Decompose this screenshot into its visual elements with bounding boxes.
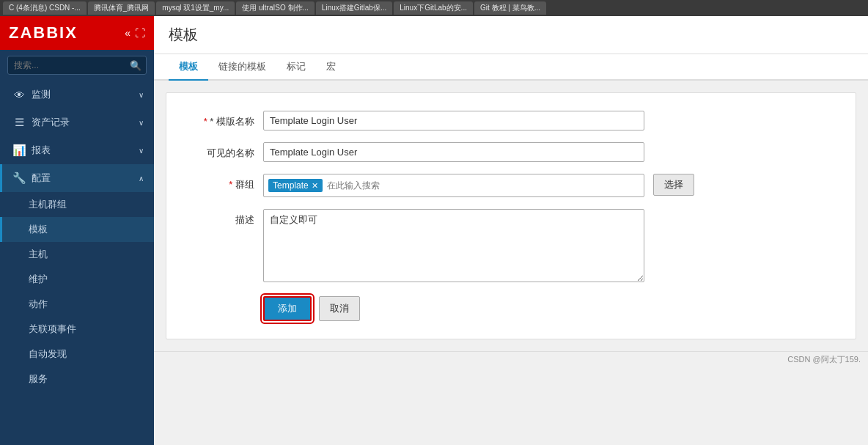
browser-tab-3[interactable]: mysql 双1设置_my... bbox=[156, 1, 235, 15]
template-name-row: * * 模版名称 bbox=[188, 111, 834, 130]
assets-icon: ☰ bbox=[12, 116, 26, 129]
description-input-wrapper: 自定义即可 bbox=[263, 209, 644, 284]
tab-template[interactable]: 模板 bbox=[169, 54, 208, 81]
group-tag-remove[interactable]: ✕ bbox=[312, 182, 318, 190]
page-header: 模板 bbox=[154, 16, 868, 54]
sidebar-sub-maintenance-label: 维护 bbox=[29, 273, 48, 286]
template-name-input-wrapper bbox=[263, 111, 644, 130]
browser-tab-6[interactable]: Linux下GitLab的安... bbox=[394, 1, 473, 15]
visible-name-label: 可见的名称 bbox=[188, 142, 254, 160]
add-button[interactable]: 添加 bbox=[263, 296, 312, 321]
sidebar-sub-actions[interactable]: 动作 bbox=[0, 292, 154, 317]
form-area: * * 模版名称 可见的名称 * 群组 bbox=[166, 92, 856, 339]
template-name-required: * bbox=[204, 116, 207, 127]
footer-text: CSDN @阿太丁159. bbox=[787, 355, 861, 364]
browser-tab-7[interactable]: Git 教程 | 菜鸟教... bbox=[474, 1, 546, 15]
sidebar-sub-host-groups[interactable]: 主机群组 bbox=[0, 192, 154, 217]
sidebar-sub-actions-label: 动作 bbox=[29, 298, 48, 311]
browser-tab-5[interactable]: Linux搭建Gitlab保... bbox=[316, 1, 392, 15]
sidebar-nav: 👁 监测 ∨ ☰ 资产记录 ∨ 📊 报表 ∨ 🔧 配置 ∧ 主机群组 bbox=[0, 81, 154, 445]
tab-bar: 模板 链接的模板 标记 宏 bbox=[154, 54, 868, 81]
sidebar-sub-maintenance[interactable]: 维护 bbox=[0, 267, 154, 292]
browser-tab-2[interactable]: 腾讯体育_腾讯网 bbox=[88, 1, 155, 15]
select-button[interactable]: 选择 bbox=[653, 174, 694, 196]
visible-name-input-wrapper bbox=[263, 142, 644, 162]
reports-icon: 📊 bbox=[12, 144, 26, 157]
template-name-input[interactable] bbox=[263, 111, 644, 130]
tab-macros[interactable]: 宏 bbox=[316, 54, 346, 81]
logo-text: ZABBIX bbox=[9, 23, 78, 43]
page-title: 模板 bbox=[169, 25, 853, 45]
form-actions: 添加 取消 bbox=[188, 296, 834, 321]
sidebar-search: 🔍 bbox=[0, 50, 154, 81]
sidebar: ZABBIX « ⛶ 🔍 👁 监测 ∨ ☰ 资产记录 ∨ bbox=[0, 16, 154, 445]
collapse-icon[interactable]: « bbox=[125, 27, 130, 39]
description-row: 描述 自定义即可 bbox=[188, 209, 834, 284]
sidebar-sub-services[interactable]: 服务 bbox=[0, 367, 154, 391]
search-icon: 🔍 bbox=[130, 60, 141, 71]
sidebar-sub-templates[interactable]: 模板 bbox=[0, 217, 154, 242]
visible-name-row: 可见的名称 bbox=[188, 142, 834, 162]
sidebar-item-monitor[interactable]: 👁 监测 ∨ bbox=[0, 81, 154, 109]
template-name-label: * * 模版名称 bbox=[188, 111, 254, 128]
group-tag-template: Template ✕ bbox=[268, 179, 323, 192]
footer-bar: CSDN @阿太丁159. bbox=[154, 351, 868, 367]
sidebar-sub-auto-discover[interactable]: 自动发现 bbox=[0, 342, 154, 367]
sidebar-item-config[interactable]: 🔧 配置 ∧ bbox=[0, 164, 154, 192]
sidebar-sub-hosts-label: 主机 bbox=[29, 248, 48, 261]
sidebar-item-assets-label: 资产记录 bbox=[32, 116, 70, 129]
browser-tab-1[interactable]: C (4条消息) CSDN -... bbox=[3, 1, 87, 15]
sidebar-sub-auto-discover-label: 自动发现 bbox=[29, 347, 67, 361]
sidebar-item-reports[interactable]: 📊 报表 ∨ bbox=[0, 136, 154, 164]
sidebar-sub-templates-label: 模板 bbox=[29, 223, 48, 236]
browser-tab-4[interactable]: 使用 ultraISO 制作... bbox=[236, 1, 315, 15]
sidebar-sub-related-events[interactable]: 关联项事件 bbox=[0, 317, 154, 342]
config-icon: 🔧 bbox=[12, 172, 26, 185]
sidebar-item-config-label: 配置 bbox=[32, 172, 51, 185]
sidebar-sub-host-groups-label: 主机群组 bbox=[29, 198, 67, 211]
group-required-mark: * bbox=[229, 179, 232, 190]
config-chevron: ∧ bbox=[139, 174, 144, 183]
sidebar-logo: ZABBIX « ⛶ bbox=[0, 16, 154, 50]
visible-name-input[interactable] bbox=[263, 142, 644, 162]
cancel-button[interactable]: 取消 bbox=[319, 296, 360, 321]
sidebar-item-assets[interactable]: ☰ 资产记录 ∨ bbox=[0, 109, 154, 136]
description-label: 描述 bbox=[188, 209, 254, 227]
app-container: ZABBIX « ⛶ 🔍 👁 监测 ∨ ☰ 资产记录 ∨ bbox=[0, 16, 868, 445]
description-textarea[interactable]: 自定义即可 bbox=[263, 209, 644, 282]
sidebar-sub-hosts[interactable]: 主机 bbox=[0, 242, 154, 267]
group-search-input[interactable] bbox=[326, 179, 639, 192]
group-field[interactable]: Template ✕ bbox=[263, 174, 644, 197]
browser-tabs-bar: C (4条消息) CSDN -... 腾讯体育_腾讯网 mysql 双1设置_m… bbox=[0, 0, 868, 16]
search-input[interactable] bbox=[7, 56, 147, 75]
reports-chevron: ∨ bbox=[139, 147, 144, 155]
tab-linked-templates[interactable]: 链接的模板 bbox=[208, 54, 276, 81]
sidebar-item-monitor-label: 监测 bbox=[32, 88, 51, 101]
sidebar-sub-related-events-label: 关联项事件 bbox=[29, 323, 76, 336]
group-label: * 群组 bbox=[188, 174, 254, 191]
sidebar-sub-services-label: 服务 bbox=[29, 372, 48, 386]
logo-icons: « ⛶ bbox=[125, 27, 145, 39]
monitor-chevron: ∨ bbox=[139, 91, 144, 99]
main-content: 模板 模板 链接的模板 标记 宏 * * 模版名称 bbox=[154, 16, 868, 445]
expand-icon[interactable]: ⛶ bbox=[135, 27, 145, 39]
tab-tags[interactable]: 标记 bbox=[276, 54, 316, 81]
assets-chevron: ∨ bbox=[139, 119, 144, 127]
group-row: * 群组 Template ✕ 选择 bbox=[188, 174, 834, 197]
monitor-icon: 👁 bbox=[12, 89, 26, 101]
sidebar-item-reports-label: 报表 bbox=[32, 144, 51, 157]
